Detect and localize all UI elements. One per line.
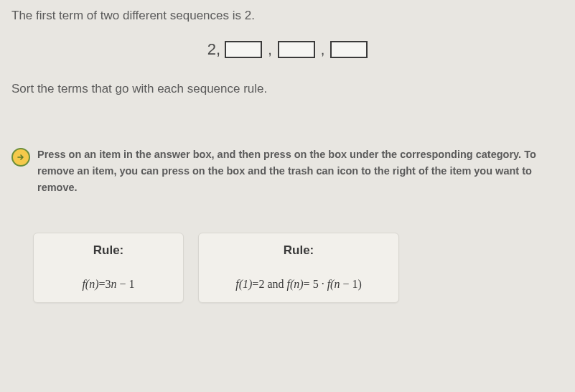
arrow-right-icon[interactable]	[11, 148, 30, 167]
rule-title-1: Rule:	[47, 243, 170, 258]
hint-row: Press on an item in the answer box, and …	[11, 146, 564, 197]
sequence-display: 2, , ,	[11, 40, 564, 59]
sort-instruction: Sort the terms that go with each sequenc…	[11, 82, 564, 96]
rule-formula-1: f(n)=3n − 1	[47, 278, 170, 291]
rules-row: Rule: f(n)=3n − 1 Rule: f(1)=2 and f(n)=…	[33, 233, 564, 303]
sequence-blank-3[interactable]	[330, 41, 368, 58]
rule-box-2[interactable]: Rule: f(1)=2 and f(n)= 5 · f(n − 1)	[198, 233, 399, 303]
hint-text: Press on an item in the answer box, and …	[37, 146, 564, 197]
rule-title-2: Rule:	[212, 243, 385, 258]
comma-1: ,	[268, 42, 272, 58]
comma-2: ,	[321, 42, 325, 58]
sequence-first-term: 2,	[207, 40, 220, 59]
rule-formula-2: f(1)=2 and f(n)= 5 · f(n − 1)	[212, 278, 385, 291]
intro-text: The first term of two different sequence…	[11, 9, 564, 23]
rule-box-1[interactable]: Rule: f(n)=3n − 1	[33, 233, 184, 303]
sequence-blank-2[interactable]	[278, 41, 315, 58]
sequence-blank-1[interactable]	[225, 41, 262, 58]
